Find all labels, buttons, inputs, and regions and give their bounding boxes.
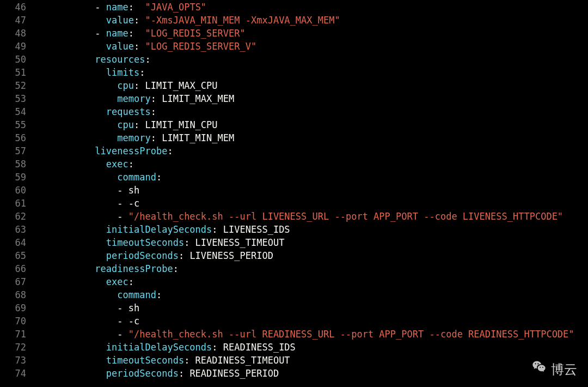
indent: [39, 93, 117, 104]
line-number: 46: [0, 1, 39, 14]
code-line[interactable]: 52 cpu: LIMIT_MAX_CPU: [0, 80, 588, 93]
line-number: 48: [0, 27, 39, 40]
token-colon: :: [145, 54, 150, 65]
indent: [39, 132, 117, 143]
watermark-label: 博云: [551, 360, 577, 379]
code-line[interactable]: 73 timeoutSeconds: READINESS_TIMEOUT: [0, 354, 588, 367]
token-str: "-XmsJAVA_MIN_MEM -XmxJAVA_MAX_MEM": [145, 15, 340, 26]
token-colon: :: [134, 15, 145, 26]
line-content[interactable]: - -c: [39, 197, 588, 210]
code-line[interactable]: 48 - name: "LOG_REDIS_SERVER": [0, 27, 588, 40]
code-line[interactable]: 51 limits:: [0, 66, 588, 80]
code-line[interactable]: 66 readinessProbe:: [0, 263, 588, 276]
code-editor[interactable]: 46 - name: "JAVA_OPTS"47 value: "-XmsJAV…: [0, 0, 588, 380]
code-line[interactable]: 56 memory: LIMIT_MIN_MEM: [0, 132, 588, 145]
token-plain: -c: [128, 316, 139, 326]
line-content[interactable]: - "/health_check.sh --url LIVENESS_URL -…: [39, 210, 588, 223]
code-line[interactable]: 69 - sh: [0, 302, 588, 315]
line-content[interactable]: exec:: [39, 158, 588, 171]
line-number: 47: [0, 14, 39, 27]
line-content[interactable]: exec:: [39, 276, 588, 289]
line-content[interactable]: periodSeconds: LIVENESS_PERIOD: [39, 250, 588, 263]
indent: [39, 276, 106, 287]
token-key: value: [106, 41, 134, 52]
token-str: "/health_check.sh --url READINESS_URL --…: [128, 329, 574, 340]
code-line[interactable]: 65 periodSeconds: LIVENESS_PERIOD: [0, 250, 588, 263]
indent: [39, 15, 106, 26]
code-line[interactable]: 47 value: "-XmsJAVA_MIN_MEM -XmxJAVA_MAX…: [0, 14, 588, 27]
line-content[interactable]: command:: [39, 171, 588, 184]
token-plain: LIVENESS_IDS: [223, 224, 290, 235]
code-line[interactable]: 74 periodSeconds: READINESS_PERIOD: [0, 367, 588, 380]
code-line[interactable]: 70 - -c: [0, 315, 588, 328]
line-number: 71: [0, 328, 39, 341]
line-content[interactable]: cpu: LIMIT_MAX_CPU: [39, 80, 588, 93]
code-line[interactable]: 49 value: "LOG_REDIS_SERVER_V": [0, 40, 588, 53]
indent: [39, 263, 95, 274]
code-line[interactable]: 46 - name: "JAVA_OPTS": [0, 1, 588, 14]
line-content[interactable]: initialDelaySeconds: LIVENESS_IDS: [39, 223, 588, 237]
line-content[interactable]: resources:: [39, 53, 588, 66]
code-line[interactable]: 67 exec:: [0, 276, 588, 289]
line-number: 67: [0, 276, 39, 289]
code-line[interactable]: 54 requests:: [0, 106, 588, 119]
token-key: initialDelaySeconds: [106, 224, 212, 235]
token-dash: -: [117, 329, 128, 340]
code-line[interactable]: 61 - -c: [0, 197, 588, 210]
code-line[interactable]: 53 memory: LIMIT_MAX_MEM: [0, 93, 588, 106]
line-content[interactable]: - name: "JAVA_OPTS": [39, 1, 588, 14]
line-content[interactable]: livenessProbe:: [39, 145, 588, 158]
token-plain: READINESS_PERIOD: [189, 368, 279, 379]
line-content[interactable]: - name: "LOG_REDIS_SERVER": [39, 27, 588, 40]
line-number: 54: [0, 106, 39, 119]
code-line[interactable]: 57 livenessProbe:: [0, 145, 588, 158]
token-str: "LOG_REDIS_SERVER": [145, 28, 246, 39]
token-colon: :: [128, 2, 145, 13]
line-content[interactable]: value: "LOG_REDIS_SERVER_V": [39, 40, 588, 53]
line-content[interactable]: timeoutSeconds: LIVENESS_TIMEOUT: [39, 237, 588, 250]
indent: [39, 224, 106, 235]
line-content[interactable]: timeoutSeconds: READINESS_TIMEOUT: [39, 354, 588, 367]
line-content[interactable]: value: "-XmsJAVA_MIN_MEM -XmxJAVA_MAX_ME…: [39, 14, 588, 27]
line-number: 56: [0, 132, 39, 145]
line-content[interactable]: initialDelaySeconds: READINESS_IDS: [39, 341, 588, 354]
code-line[interactable]: 71 - "/health_check.sh --url READINESS_U…: [0, 328, 588, 341]
line-content[interactable]: - "/health_check.sh --url READINESS_URL …: [39, 328, 588, 341]
line-number: 74: [0, 367, 39, 380]
token-key: livenessProbe: [95, 146, 167, 156]
line-content[interactable]: memory: LIMIT_MAX_MEM: [39, 93, 588, 106]
token-colon: :: [151, 93, 162, 104]
token-key: command: [117, 172, 156, 183]
code-line[interactable]: 60 - sh: [0, 184, 588, 197]
line-content[interactable]: - sh: [39, 184, 588, 197]
code-line[interactable]: 58 exec:: [0, 158, 588, 171]
wechat-icon: [531, 359, 547, 379]
line-content[interactable]: limits:: [39, 66, 588, 80]
code-line[interactable]: 64 timeoutSeconds: LIVENESS_TIMEOUT: [0, 237, 588, 250]
line-content[interactable]: requests:: [39, 106, 588, 119]
code-line[interactable]: 62 - "/health_check.sh --url LIVENESS_UR…: [0, 210, 588, 223]
code-line[interactable]: 59 command:: [0, 171, 588, 184]
line-content[interactable]: memory: LIMIT_MIN_MEM: [39, 132, 588, 145]
line-number: 51: [0, 66, 39, 80]
line-content[interactable]: readinessProbe:: [39, 263, 588, 276]
code-line[interactable]: 72 initialDelaySeconds: READINESS_IDS: [0, 341, 588, 354]
token-key: periodSeconds: [106, 250, 179, 261]
token-dash: -: [117, 185, 128, 196]
code-line[interactable]: 68 command:: [0, 289, 588, 302]
token-dash: -: [117, 303, 128, 313]
token-plain: LIVENESS_TIMEOUT: [195, 237, 285, 248]
token-colon: :: [151, 106, 156, 117]
code-line[interactable]: 63 initialDelaySeconds: LIVENESS_IDS: [0, 223, 588, 237]
code-line[interactable]: 55 cpu: LIMIT_MIN_CPU: [0, 119, 588, 132]
token-key: exec: [106, 276, 128, 287]
line-content[interactable]: periodSeconds: READINESS_PERIOD: [39, 367, 588, 380]
token-str: "JAVA_OPTS": [145, 2, 207, 13]
token-plain: LIVENESS_PERIOD: [189, 250, 273, 261]
token-plain: LIMIT_MAX_CPU: [145, 80, 218, 91]
line-content[interactable]: cpu: LIMIT_MIN_CPU: [39, 119, 588, 132]
line-content[interactable]: - sh: [39, 302, 588, 315]
code-line[interactable]: 50 resources:: [0, 53, 588, 66]
line-content[interactable]: - -c: [39, 315, 588, 328]
line-content[interactable]: command:: [39, 289, 588, 302]
